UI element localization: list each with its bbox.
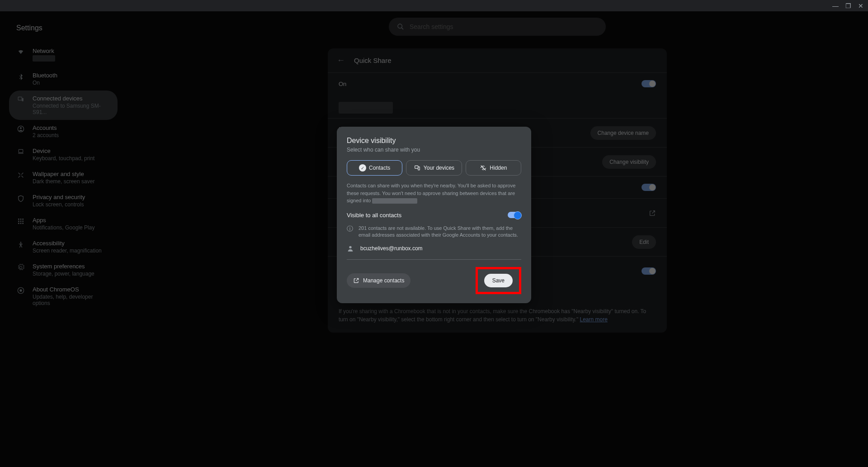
save-button[interactable]: Save (484, 274, 513, 287)
option-label: Hidden (490, 165, 507, 171)
save-highlight-box: Save (476, 267, 521, 294)
option-your-devices[interactable]: Your devices (406, 160, 462, 176)
contact-email: bcuzhelives@runbox.com (360, 245, 423, 252)
option-contacts[interactable]: ✓ Contacts (347, 160, 402, 176)
minimize-button[interactable]: — (832, 2, 839, 10)
svg-point-20 (349, 246, 351, 248)
person-icon (347, 245, 355, 252)
info-icon: ⓘ (347, 225, 353, 233)
option-label: Contacts (369, 165, 390, 171)
option-label: Your devices (424, 165, 454, 171)
maximize-button[interactable]: ❐ (845, 2, 851, 10)
window-titlebar: — ❐ ✕ (0, 0, 868, 11)
hidden-icon (480, 164, 487, 172)
svg-rect-18 (415, 166, 418, 168)
dialog-title: Device visibility (347, 137, 521, 145)
manage-contacts-button[interactable]: Manage contacts (347, 273, 410, 288)
devices-icon (414, 164, 421, 172)
manage-contacts-label: Manage contacts (363, 277, 404, 284)
option-description: Contacts can share with you when they're… (347, 182, 521, 205)
visible-all-toggle[interactable] (508, 212, 521, 218)
contacts-info-text: 201 contacts are not available. To use Q… (359, 225, 521, 239)
redacted-account (372, 198, 417, 204)
svg-rect-19 (418, 167, 420, 170)
close-button[interactable]: ✕ (858, 2, 863, 10)
dialog-subtitle: Select who can share with you (347, 147, 521, 153)
option-hidden[interactable]: Hidden (466, 160, 521, 176)
external-link-icon (353, 277, 359, 284)
device-visibility-dialog: Device visibility Select who can share w… (337, 127, 531, 303)
visible-all-label: Visible to all contacts (347, 212, 401, 219)
check-icon: ✓ (359, 164, 366, 172)
